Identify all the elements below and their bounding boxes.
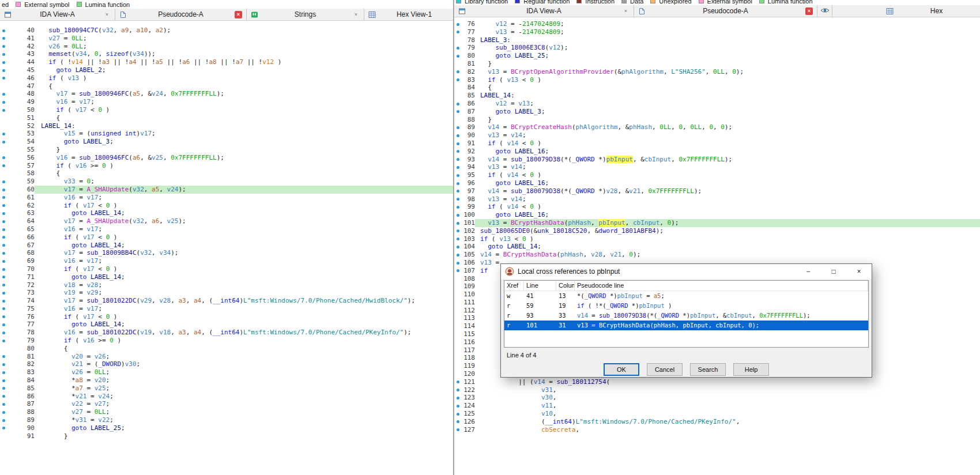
code-line[interactable]: 61 v16 = v17; xyxy=(0,194,453,202)
code-line[interactable]: 55 } xyxy=(0,146,453,154)
xref-row[interactable]: r10131v13 = BCryptHashData(phHash, pbInp… xyxy=(504,321,868,330)
tab-hex-view[interactable]: Hex xyxy=(882,5,980,17)
code-line[interactable]: 51 { xyxy=(0,114,453,122)
code-line[interactable]: 67 goto LABEL_14; xyxy=(0,242,453,250)
code-line[interactable]: 77 goto LABEL_14; xyxy=(0,321,453,329)
code-line[interactable]: 71 goto LABEL_14; xyxy=(0,273,453,281)
code-line[interactable]: 75 v16 = v17; xyxy=(0,305,453,313)
code-line[interactable]: 90 v13 = v14; xyxy=(454,131,980,140)
code-line[interactable]: 68 v17 = sub_18009BB4C(v32, v34); xyxy=(0,249,453,257)
code-line[interactable]: 88 v27 = 0LL; xyxy=(0,408,453,416)
code-line[interactable]: 121 || (v14 = sub_180112754( xyxy=(454,378,980,386)
tab-ida-view-a[interactable]: IDA View-A × xyxy=(454,5,634,17)
code-line[interactable]: 44 if ( !v14 || !a3 || !a4 || !a5 || !a6… xyxy=(0,58,453,66)
code-line[interactable]: 83 if ( v13 < 0 ) xyxy=(454,76,980,84)
code-line[interactable]: 105v14 = BCryptHashData(phHash, v28, v21… xyxy=(454,251,980,259)
pseudocode-pane[interactable]: 76 v12 = -2147024809;77 v13 = -214702480… xyxy=(454,17,980,475)
code-line[interactable]: 96 goto LABEL_16; xyxy=(454,179,980,187)
code-line[interactable]: 52LABEL_14: xyxy=(0,122,453,130)
code-line[interactable]: 73 v19 = v29; xyxy=(0,289,453,297)
code-line[interactable]: 42 v26 = 0LL; xyxy=(0,43,453,51)
code-line[interactable]: 125 v10, xyxy=(454,410,980,418)
code-line[interactable]: 103if ( v13 < 0 ) xyxy=(454,235,980,243)
code-line[interactable]: 82 v13 = BCryptOpenAlgorithmProvider(&ph… xyxy=(454,68,980,76)
code-line[interactable]: 64 v17 = A_SHAUpdate(v32, a6, v25); xyxy=(0,217,453,225)
code-line[interactable]: 97 v14 = sub_180079D38(*(_QWORD *)v28, &… xyxy=(454,187,980,195)
code-line[interactable]: 92 goto LABEL_16; xyxy=(454,148,980,156)
tab-pseudocode-a[interactable]: Pseudocode-A × xyxy=(634,5,817,17)
code-line[interactable]: 79 if ( v16 >= 0 ) xyxy=(0,337,453,345)
dialog-titlebar[interactable]: Local cross references to pbInput − □ × xyxy=(501,264,872,279)
code-line[interactable]: 80 { xyxy=(0,345,453,353)
code-line[interactable]: 84 *a8 = v20; xyxy=(0,376,453,384)
code-line[interactable]: 102sub_180065DE0(&unk_18018C520, &dword_… xyxy=(454,227,980,235)
code-line[interactable]: 76 v12 = -2147024809; xyxy=(454,20,980,28)
close-button[interactable]: × xyxy=(846,264,872,279)
code-line[interactable]: 99 if ( v14 < 0 ) xyxy=(454,203,980,211)
code-line[interactable]: 49 v16 = v17; xyxy=(0,98,453,106)
code-line[interactable]: 91 if ( v14 < 0 ) xyxy=(454,140,980,148)
code-line[interactable]: 87 goto LABEL_3; xyxy=(454,108,980,116)
code-line[interactable]: 85LABEL_14: xyxy=(454,92,980,100)
code-line[interactable]: 86 v12 = v13; xyxy=(454,100,980,108)
code-line[interactable]: 100 goto LABEL_16; xyxy=(454,211,980,219)
maximize-button[interactable]: □ xyxy=(821,264,846,279)
pseudocode-pane[interactable]: 40 sub_180094C7C(v32, a9, a10, a2);41 v2… xyxy=(0,21,453,475)
column-header-xref[interactable]: Xref xyxy=(504,281,524,291)
code-line[interactable]: 93 v14 = sub_180079D38(*(_QWORD *)pbInpu… xyxy=(454,156,980,164)
code-line[interactable]: 74 v17 = sub_1801022DC(v29, v28, a3, a4,… xyxy=(0,297,453,305)
code-line[interactable]: 66 if ( v17 < 0 ) xyxy=(0,233,453,242)
code-line[interactable]: 65 v16 = v17; xyxy=(0,225,453,233)
code-line[interactable]: 98 v13 = v14; xyxy=(454,195,980,203)
code-line[interactable]: 41 v27 = 0LL; xyxy=(0,35,453,43)
tab-strings[interactable]: Strings × xyxy=(247,9,364,20)
code-line[interactable]: 81 v20 = v26; xyxy=(0,353,453,361)
code-line[interactable]: 53 v15 = (unsigned int)v17; xyxy=(0,130,453,138)
code-line[interactable]: 83 v26 = 0LL; xyxy=(0,368,453,376)
code-line[interactable]: 57 if ( v16 >= 0 ) xyxy=(0,162,453,170)
code-line[interactable]: 90 goto LABEL_25; xyxy=(0,424,453,432)
ok-button[interactable]: OK xyxy=(604,363,639,376)
code-line[interactable]: 62 if ( v17 < 0 ) xyxy=(0,202,453,210)
code-line[interactable]: 126 (__int64)L"msft:Windows/7.0/Phone/Ca… xyxy=(454,418,980,426)
xref-row[interactable]: w4113*(_QWORD *)pbInput = a5; xyxy=(504,291,868,301)
code-line[interactable]: 50 if ( v17 < 0 ) xyxy=(0,106,453,114)
code-line[interactable]: 48 v17 = sub_1800946FC(a5, &v24, 0x7FFFF… xyxy=(0,90,453,98)
code-line[interactable]: 72 v18 = v28; xyxy=(0,281,453,289)
search-button[interactable]: Search xyxy=(690,363,726,376)
code-line[interactable]: 79 sub_18006E3C8(v12); xyxy=(454,44,980,52)
code-line[interactable]: 94 v13 = v14; xyxy=(454,163,980,171)
code-line[interactable]: 45 goto LABEL_2; xyxy=(0,66,453,74)
code-line[interactable]: 81 } xyxy=(454,60,980,68)
code-line[interactable]: 63 goto LABEL_14; xyxy=(0,209,453,217)
code-line[interactable]: 59 v33 = 0; xyxy=(0,178,453,186)
cancel-button[interactable]: Cancel xyxy=(647,363,683,376)
column-header-column[interactable]: Colum xyxy=(556,281,575,291)
code-line[interactable]: 47 { xyxy=(0,82,453,91)
code-line[interactable]: 40 sub_180094C7C(v32, a9, a10, a2); xyxy=(0,27,453,35)
code-line[interactable]: 43 memset(v34, 0, sizeof(v34)); xyxy=(0,50,453,58)
close-tab-icon[interactable]: × xyxy=(622,7,630,15)
xref-row[interactable]: r9333v14 = sub_180079D38(*(_QWORD *)pbIn… xyxy=(504,311,868,321)
minimize-button[interactable]: − xyxy=(796,264,821,279)
code-line[interactable]: 82 v21 = (_DWORD)v30; xyxy=(0,360,453,368)
code-line[interactable]: 127 cbSecreta, xyxy=(454,426,980,434)
code-line[interactable]: 69 v16 = v17; xyxy=(0,257,453,265)
code-line[interactable]: 86 *v21 = v24; xyxy=(0,393,453,401)
code-line[interactable]: 70 if ( v17 < 0 ) xyxy=(0,265,453,273)
code-line[interactable]: 124 v11, xyxy=(454,402,980,410)
code-line[interactable]: 84 { xyxy=(454,84,980,92)
code-line[interactable]: 56 v16 = sub_1800946FC(a6, &v25, 0x7FFFF… xyxy=(0,154,453,162)
code-line[interactable]: 77 v13 = -2147024809; xyxy=(454,28,980,36)
code-line[interactable]: 46 if ( v13 ) xyxy=(0,74,453,82)
code-line[interactable]: 104 goto LABEL_14; xyxy=(454,243,980,251)
help-button[interactable]: Help xyxy=(733,363,769,376)
sync-view-button[interactable] xyxy=(817,5,832,17)
close-tab-icon[interactable]: × xyxy=(805,7,813,15)
code-line[interactable]: 89 *v31 = v22; xyxy=(0,416,453,424)
close-tab-icon[interactable]: × xyxy=(103,11,111,18)
column-header-line[interactable]: Line xyxy=(524,281,556,291)
code-line[interactable]: 87 v22 = v27; xyxy=(0,400,453,408)
code-line[interactable]: 122 v31, xyxy=(454,386,980,394)
code-line[interactable]: 78LABEL_3: xyxy=(454,36,980,44)
